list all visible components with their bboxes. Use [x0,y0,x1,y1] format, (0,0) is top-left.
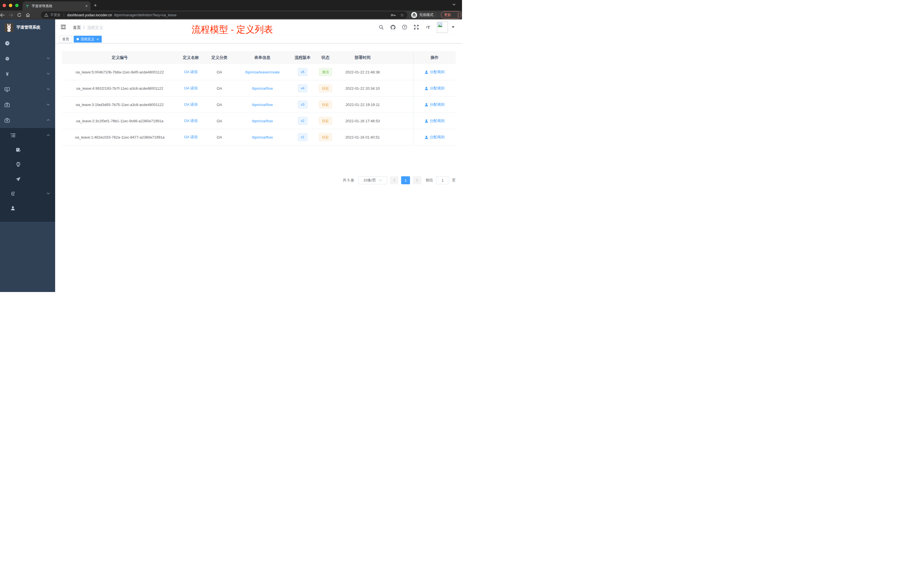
assign-rule-link[interactable]: 分配规则 [424,135,445,140]
assign-rule-link[interactable]: 分配规则 [424,102,445,107]
font-size-icon[interactable]: тT [425,24,431,30]
browser-tab[interactable]: 芋道管理系统 × [23,2,91,11]
sidebar-collapse-icon[interactable] [61,25,66,29]
breadcrumb-home[interactable]: 首页 [73,25,81,30]
address-bar[interactable]: 不安全 dashboard.yudao.iocoder.cn/bpm/manag… [41,12,408,18]
cell-id: oa_leave:1:482ec033-762a-11ec-8477-a2380… [62,129,177,145]
update-label[interactable]: 更新 [444,13,451,17]
close-window-button[interactable] [3,4,6,7]
github-icon[interactable] [390,24,396,30]
cell-version: v3 [290,97,315,112]
not-secure-warning-icon [44,13,48,17]
tab-close-icon[interactable]: × [86,4,88,8]
back-icon[interactable] [0,13,8,17]
cell-status: 挂起 [315,129,336,145]
sidebar-item-流程模型[interactable] [0,172,55,186]
table-row: oa_leave:1:482ec033-762a-11ec-8477-a2380… [62,129,456,145]
page-number-button[interactable]: 1 [401,176,410,184]
chevron-down-icon [46,73,50,75]
reload-icon[interactable] [17,13,26,17]
name-link[interactable]: OA 请假 [184,86,198,91]
sidebar-item-工作流程[interactable] [0,112,55,128]
name-link[interactable]: OA 请假 [184,102,198,107]
cell-form: /bpm/oa/flow [234,113,290,129]
form-link[interactable]: /bpm/oa/leave/create [245,70,279,74]
browser-window: 芋道管理系统 × + 不安全 dashboard.yudao.iocoder.c… [0,0,462,292]
sidebar-item-系统管理[interactable] [0,51,55,66]
browser-menu-icon[interactable] [458,13,459,17]
help-icon[interactable]: ? [402,24,408,30]
avatar-dropdown-caret-icon[interactable] [452,26,455,28]
table-body: oa_leave:5:004b710b-7b8a-11ec-8ef0-acde4… [62,64,456,145]
zoom-window-button[interactable] [15,4,18,7]
submenu-padding [0,215,55,222]
name-link[interactable]: OA 请假 [184,135,198,140]
tab-search-chevron-icon[interactable] [452,3,456,6]
sidebar-item-基础设施[interactable] [0,82,55,97]
form-link[interactable]: /bpm/oa/flow [252,86,273,91]
cell-filler [389,80,413,96]
main-area: 首页 / 流程定义 ? т [55,20,462,292]
prev-page-button[interactable] [390,176,398,184]
sidebar-item-请假查询[interactable] [0,201,55,215]
tag-close-icon[interactable]: × [97,38,99,41]
avatar[interactable] [437,22,448,33]
cell-action: 分配规则 [413,64,456,80]
sidebar-item-流程管理[interactable] [0,128,55,143]
name-link[interactable]: OA 请假 [184,69,198,74]
sidebar-item-用户分组[interactable] [0,157,55,172]
new-tab-button[interactable]: + [94,2,97,8]
form-link[interactable]: /bpm/oa/flow [252,102,273,107]
app-root: 芋道管理系统 ¥ 首页 / 流程定义 [0,20,462,292]
search-icon[interactable] [378,24,384,30]
chevron-down-icon [46,104,50,106]
version-badge: v4 [298,84,308,92]
name-link[interactable]: OA 请假 [184,118,198,124]
assign-rule-link[interactable]: 分配规则 [424,86,445,91]
column-header-version: 流程版本 [290,51,315,64]
minimize-window-button[interactable] [9,4,12,7]
breadcrumb: 首页 / 流程定义 [73,25,103,30]
browser-update-button[interactable]: 更新 [441,11,461,18]
cell-status: 挂起 [315,80,336,96]
pagination: 共 5 条 10条/页 1 前往 1 页 [62,176,456,184]
table-row: oa_leave:3:1fad3d93-7b75-11ec-a3c8-acde4… [62,97,456,113]
sidebar-item-任务管理[interactable] [0,186,55,201]
cell-version: v2 [290,113,315,129]
sidebar-item-流程表单[interactable] [0,143,55,157]
form-link[interactable]: /bpm/oa/flow [252,119,273,123]
tag-process-definition[interactable]: 流程定义 × [74,36,102,43]
form-link[interactable]: /bpm/oa/flow [252,135,273,139]
cell-action: 分配规则 [413,113,456,129]
forward-icon[interactable] [8,13,17,17]
cell-category: OA [204,129,234,145]
list-icon [10,133,15,138]
tag-home[interactable]: 首页 [59,36,72,43]
bookmark-star-icon[interactable]: ☆ [400,13,404,18]
chevron-down-icon [46,192,50,195]
logo-row[interactable]: 芋道管理系统 [0,20,55,35]
sidebar-item-研发工具[interactable] [0,97,55,112]
sidebar-item-首页[interactable] [0,35,55,51]
cell-time: 2022-01-22 19:19:11 [336,97,389,112]
sidebar-item-支付管理[interactable]: ¥ [0,66,55,82]
key-icon[interactable] [391,13,396,17]
next-page-button[interactable] [413,176,421,184]
goto-page-input[interactable]: 1 [436,176,449,184]
user-icon [424,135,428,139]
column-header-action: 操作 [413,51,456,64]
cell-action: 分配规则 [413,80,456,96]
page-content: 定义编号定义名称定义分类表单信息流程版本状态部署时间操作oa_leave:5:0… [55,44,462,292]
home-icon[interactable] [26,13,34,17]
page-size-select[interactable]: 10条/页 [358,176,387,184]
window-controls[interactable] [3,4,18,7]
column-header-status: 状态 [315,51,336,64]
svg-text:?: ? [404,26,406,29]
assign-rule-link[interactable]: 分配规则 [424,69,445,74]
fullscreen-icon[interactable] [413,24,419,30]
not-secure-label[interactable]: 不安全 [50,13,61,17]
table-row: oa_leave:4:991f2193-7b7f-11ec-a3c8-acde4… [62,80,456,97]
form-icon [16,147,21,153]
tag-home-label: 首页 [62,37,69,42]
assign-rule-link[interactable]: 分配规则 [424,118,445,124]
